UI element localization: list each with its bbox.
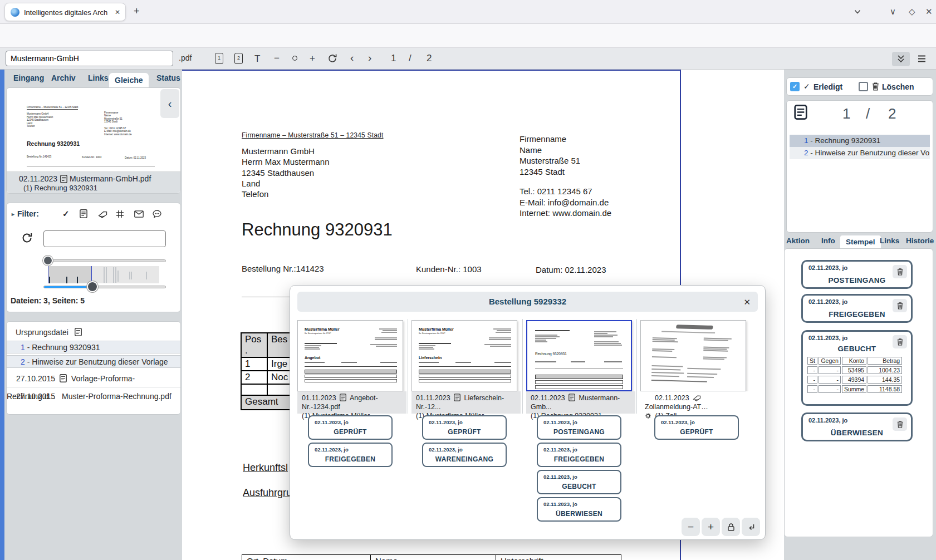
document-thumbnail-zollanmeldung[interactable] xyxy=(640,320,746,391)
doc-sender-line: Firmenname – Musterstraße 51 – 12345 Sta… xyxy=(242,131,384,139)
zoom-out-button[interactable]: − xyxy=(274,53,280,64)
document-pages-icon xyxy=(794,105,807,120)
previous-page-icon[interactable]: ‹ xyxy=(350,52,354,64)
zoom-reset-icon[interactable] xyxy=(292,56,297,61)
done-checkbox[interactable]: ✓ xyxy=(790,82,800,91)
zoom-in-button[interactable]: + xyxy=(702,518,720,536)
stamp-freigegeben[interactable]: 02.11.2023, jo FREIGEGEBEN xyxy=(801,294,913,323)
toolbar-menu-icon[interactable] xyxy=(918,55,926,62)
thumbnail-label-selected[interactable]: 02.11.2023 Mustermann-Gmb... (1) Rechnun… xyxy=(526,391,635,414)
new-tab-button[interactable]: + xyxy=(134,6,140,17)
thumbnail-label[interactable]: 01.11.2023 Angebot-Nr.-1234.pdf (1) Must… xyxy=(297,391,406,414)
delete-checkbox[interactable] xyxy=(859,82,868,91)
page-list-item[interactable]: 2 - Hinweise zur Benutzung dieser Vo… xyxy=(790,147,930,159)
sidebar-tab-gleiche[interactable]: Gleiche xyxy=(109,73,149,87)
document-thumbnail-angebot[interactable]: Musterfirma Müller Ihr Servicepartner fü… xyxy=(297,320,403,391)
browser-tab[interactable]: Intelligentes digitales Arch ✕ xyxy=(4,3,126,21)
tab-historie[interactable]: Historie xyxy=(906,237,934,245)
zoom-in-button[interactable]: + xyxy=(310,53,315,64)
stamp-label: POSTEINGANG xyxy=(538,428,620,436)
table-cell xyxy=(241,384,267,395)
document-icon xyxy=(75,328,82,336)
stamp-meta: 02.11.2023, jo xyxy=(315,446,349,453)
stamp-meta: 02.11.2023, jo xyxy=(808,298,847,305)
sidebar-tab-links[interactable]: Links xyxy=(88,73,109,82)
range-slider-end-handle[interactable] xyxy=(87,281,98,292)
booking-cell: 144.35 xyxy=(868,376,902,384)
comment-filter-icon[interactable] xyxy=(153,210,161,218)
range-slider-end-track[interactable] xyxy=(43,286,166,288)
collapse-toolbar-button[interactable] xyxy=(892,52,910,66)
stamps-panel: 02.11.2023, jo POSTEINGANG 02.11.2023, j… xyxy=(784,248,933,537)
collapse-panel-icon[interactable]: ‹ xyxy=(160,89,179,118)
stamp-posteingang[interactable]: 02.11.2023, jo POSTEINGANG xyxy=(801,260,913,289)
pager-current: 1 xyxy=(842,105,850,122)
layout-single-page-icon[interactable]: 1 xyxy=(215,53,223,64)
insert-arrow-button[interactable] xyxy=(742,518,760,536)
stamp-meta: 02.11.2023, jo xyxy=(429,419,463,425)
document-filter-icon[interactable] xyxy=(80,209,87,218)
file-date: 02.11.2023 xyxy=(531,394,565,402)
layout-two-page-icon[interactable]: 2 xyxy=(234,53,243,64)
page-number: 1 xyxy=(804,136,808,145)
stamp-meta: 02.11.2023, jo xyxy=(429,446,463,453)
dialog-close-icon[interactable]: ✕ xyxy=(743,297,751,307)
booking-cell: - xyxy=(807,376,817,384)
range-slider-start-track[interactable] xyxy=(43,259,166,262)
stamp-label: FREIGEGEBEN xyxy=(309,455,391,463)
window-minimize-icon[interactable]: ∨ xyxy=(890,7,896,17)
tab-overflow-icon[interactable] xyxy=(853,7,862,16)
thumb-title: Musterfirma Müller xyxy=(419,327,454,331)
file-date: 02.11.2023 xyxy=(655,394,689,402)
booking-table: St Gegen Konto Betrag - - 53495 1004.23 … xyxy=(806,355,903,395)
filter-text-input[interactable] xyxy=(43,230,166,247)
window-close-icon[interactable]: ✕ xyxy=(925,7,933,17)
range-slider-start-handle[interactable] xyxy=(43,256,53,266)
stamp-label: FREIGEGEBEN xyxy=(803,310,911,318)
table-cell: 2 xyxy=(241,371,267,384)
text-tool-button[interactable]: T xyxy=(254,53,260,65)
rotate-icon[interactable] xyxy=(327,53,337,63)
signature-cell: Name xyxy=(371,555,496,560)
file-list-item[interactable]: 02.11.2023 Mustermann-GmbH.pdf (1) Rechn… xyxy=(7,171,180,193)
origin-file-item[interactable]: 27.10.2015 Vorlage-Proforma-Rechnung.d..… xyxy=(7,370,180,387)
tab-stempel[interactable]: Stempel xyxy=(840,235,881,248)
document-thumbnail-rechnung-selected[interactable]: Rechnung 9320931 xyxy=(526,320,632,391)
window-maximize-icon[interactable]: ◇ xyxy=(909,7,915,17)
scanner-filter-icon[interactable] xyxy=(98,210,107,218)
doc-order-no: Bestellung Nr.:141423 xyxy=(242,264,324,273)
envelope-filter-icon[interactable] xyxy=(134,210,144,218)
thumbnail-label[interactable]: 02.11.2023 Zollanmeldung-AT… (1) Zoll xyxy=(640,391,749,414)
sidebar-tab-status[interactable]: Status xyxy=(156,73,180,82)
thumbnail-label[interactable]: 01.11.2023 Lieferschein-Nr.-12... (1) Mu… xyxy=(411,391,521,414)
document-preview-panel[interactable]: ‹ Firmenname – Musterstraße 51 – 12345 S… xyxy=(6,87,181,194)
stamp-meta: 02.11.2023, jo xyxy=(661,419,695,425)
document-name-input[interactable] xyxy=(6,51,173,66)
lock-button[interactable] xyxy=(722,518,740,536)
check-filter-icon[interactable]: ✓ xyxy=(62,209,70,219)
stamp-meta: 02.11.2023, jo xyxy=(543,501,577,507)
zoom-out-button[interactable]: − xyxy=(682,518,700,536)
sidebar-tab-archiv[interactable]: Archiv xyxy=(51,73,76,82)
page-label: Hinweise zur Benutzung dieser Vorlage xyxy=(32,357,168,366)
origin-file-item[interactable]: 27.10.2015 Muster-Proforma-Rechnung.pdf xyxy=(7,387,180,405)
booking-cell: 49394 xyxy=(842,376,866,384)
tab-aktion[interactable]: Aktion xyxy=(786,237,810,245)
stamp-label: POSTEINGANG xyxy=(803,276,911,284)
document-thumbnail-lieferschein[interactable]: Musterfirma Müller Ihr Servicepartner fü… xyxy=(411,320,517,391)
next-page-icon[interactable]: › xyxy=(368,52,371,64)
stamp-ueberwiesen[interactable]: 02.11.2023, jo ÜBERWIESEN xyxy=(801,412,913,441)
tab-info[interactable]: Info xyxy=(821,237,835,245)
grid-filter-icon[interactable] xyxy=(116,210,124,218)
refresh-filter-icon[interactable] xyxy=(21,232,33,244)
pages-panel: 1 / 2 1 - Rechnung 9320931 2 - Hinweise … xyxy=(786,100,933,233)
page-list-item-selected[interactable]: 1 - Rechnung 9320931 xyxy=(790,135,930,147)
tab-links[interactable]: Links xyxy=(880,237,899,245)
sidebar-tab-eingang[interactable]: Eingang xyxy=(13,73,44,82)
origin-page-item[interactable]: 1 - Rechnung 9320931 xyxy=(7,341,180,353)
origin-page-item[interactable]: 2 - Hinweise zur Benutzung dieser Vorlag… xyxy=(7,355,180,368)
stamp-gebucht[interactable]: 02.11.2023, jo GEBUCHT St Gegen Konto Be… xyxy=(801,330,913,406)
tab-close-icon[interactable]: ✕ xyxy=(115,8,120,16)
linked-documents-dialog: Bestellung 5929332 ✕ Musterfirma Müller … xyxy=(290,285,766,540)
filter-expand-icon[interactable]: ► xyxy=(11,212,16,217)
